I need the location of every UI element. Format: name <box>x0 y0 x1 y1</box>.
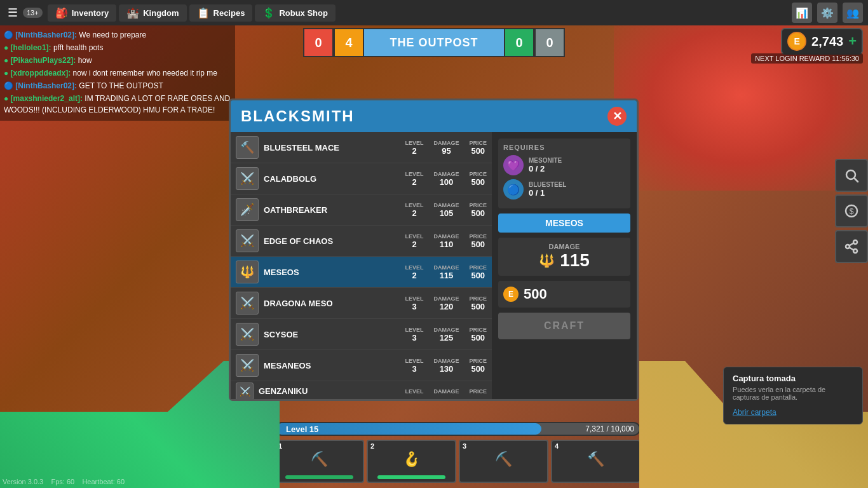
item-row-meseos[interactable]: 🔱 MESEOS LEVEL 2 DAMAGE 115 PRICE 500 <box>231 257 492 288</box>
menu-icon[interactable]: ☰ <box>5 3 20 22</box>
requires-title: REQUIRES <box>503 144 625 151</box>
selected-item-header: MESEOS <box>498 214 630 233</box>
chat-message: GET TO THE OUTPOST <box>79 81 163 90</box>
item-icon: ⚔️ <box>236 167 259 190</box>
robux-icon: 💲 <box>262 7 275 19</box>
damage-label: DAMAGE <box>503 243 625 250</box>
hotbar-slot-num: 2 <box>370 442 374 450</box>
hud-counter-2: 4 <box>334 28 364 57</box>
item-icon: ⚔️ <box>236 292 259 315</box>
chat-message: now i dont remember who needed it rip me <box>73 69 217 78</box>
chat-box: 🔵 [NinthBasher02]: We need to prepare ● … <box>0 25 235 121</box>
hotbar-item-icon: 🪝 <box>403 451 420 468</box>
item-name: MESANEOS <box>264 361 400 370</box>
top-bar-right: 📊 ⚙️ 👥 <box>792 3 863 23</box>
item-stats: LEVEL 3 DAMAGE 130 PRICE 500 <box>405 358 487 374</box>
kingdom-icon: 🏰 <box>126 7 139 19</box>
svg-line-8 <box>850 243 854 246</box>
item-stats: LEVEL DAMAGE PRICE <box>405 388 487 395</box>
inventory-button[interactable]: 🎒 Inventory <box>48 4 117 22</box>
price-amount: 500 <box>524 286 547 302</box>
inventory-icon: 🎒 <box>55 7 68 19</box>
req-name: BLUESTEEL <box>529 181 566 188</box>
item-row[interactable]: ⚔️ SCYSOE LEVEL 3 DAMAGE 125 PRICE 500 <box>231 319 492 350</box>
chat-message: how <box>78 56 92 65</box>
price-section: E 500 <box>498 281 630 308</box>
craft-button[interactable]: CRAFT <box>498 313 630 339</box>
hotbar-slot-1[interactable]: 1 ⛏️ <box>275 440 364 483</box>
players-button[interactable]: 👥 <box>843 3 863 23</box>
requires-section: REQUIRES 💜 MESONITE 0 / 2 🔵 BLUESTEEL 0 … <box>498 139 630 208</box>
chat-username: 🔵 [NinthBasher02]: <box>4 30 77 39</box>
kingdom-button[interactable]: 🏰 Kingdom <box>119 4 186 22</box>
search-side-button[interactable] <box>835 159 868 192</box>
coin-side-button[interactable]: $ <box>835 194 868 227</box>
recipes-button[interactable]: 📋 Recipes <box>189 4 253 22</box>
item-row[interactable]: ⚔️ GENZANIKU LEVEL DAMAGE PRICE <box>231 381 492 399</box>
hotbar-slot-3[interactable]: 3 ⛏️ <box>459 440 548 483</box>
item-icon: 🔱 <box>236 261 259 283</box>
hotbar-item-icon: 🔨 <box>587 451 604 468</box>
item-stats: LEVEL 3 DAMAGE 120 PRICE 500 <box>405 295 487 311</box>
item-icon: ⚔️ <box>236 229 259 252</box>
hud-counter-4: 0 <box>534 28 565 57</box>
chat-username: 🔵 [NinthBasher02]: <box>4 81 77 90</box>
item-icon: 🔨 <box>236 136 259 159</box>
screenshot-desc: Puedes verla en la carpeta de capturas d… <box>733 386 853 401</box>
item-row[interactable]: ⚔️ EDGE OF CHAOS LEVEL 2 DAMAGE 110 PRIC… <box>231 226 492 257</box>
top-bar: ☰ 13+ 🎒 Inventory 🏰 Kingdom 📋 Recipes 💲 … <box>0 0 868 25</box>
item-stats: LEVEL 2 DAMAGE 110 PRICE 500 <box>405 233 487 249</box>
item-row[interactable]: ⚔️ DRAGONA MESO LEVEL 3 DAMAGE 120 PRICE… <box>231 288 492 319</box>
item-name: OATHBREAKER <box>264 205 400 215</box>
robux-shop-button[interactable]: 💲 Robux Shop <box>255 4 336 22</box>
modal-header: BLACKSMITH ✕ <box>231 100 637 132</box>
selected-item-name: MESEOS <box>545 218 583 228</box>
xp-bar-background: Level 15 7,321 / 10,000 <box>275 422 641 436</box>
hotbar-durability-bar <box>377 475 445 479</box>
hotbar-slot-num: 4 <box>555 442 559 450</box>
blacksmith-modal: BLACKSMITH ✕ 🔨 BLUESTEEL MACE LEVEL 2 DA… <box>229 98 639 401</box>
item-row[interactable]: 🔨 BLUESTEEL MACE LEVEL 2 DAMAGE 95 PRICE… <box>231 132 492 163</box>
item-icon: 🗡️ <box>236 198 259 221</box>
settings-button[interactable]: ⚙️ <box>817 3 837 23</box>
stats-button[interactable]: 📊 <box>792 3 812 23</box>
currency-add-button[interactable]: + <box>848 33 857 50</box>
hud-counter-1: 0 <box>303 28 334 57</box>
open-folder-link[interactable]: Abrir carpeta <box>733 408 776 417</box>
share-side-button[interactable] <box>835 230 868 263</box>
hud-location: THE OUTPOST <box>364 28 504 57</box>
item-name: MESEOS <box>264 268 400 277</box>
chat-username: ● [PikachuPlays22]: <box>4 56 76 65</box>
damage-section: DAMAGE 🔱 115 <box>498 238 630 276</box>
req-item-mesonite: 💜 MESONITE 0 / 2 <box>503 155 625 175</box>
modal-close-button[interactable]: ✕ <box>607 107 627 126</box>
screenshot-notification: Captura tomada Puedes verla en la carpet… <box>723 367 863 424</box>
hotbar-item-icon: ⛏️ <box>495 451 512 468</box>
req-item-bluesteel: 🔵 BLUESTEEL 0 / 1 <box>503 179 625 200</box>
svg-text:$: $ <box>850 207 854 216</box>
selected-item-weapon-icon: 🔱 <box>539 253 555 268</box>
hotbar-slot-4[interactable]: 4 🔨 <box>551 440 641 483</box>
hotbar-slot-2[interactable]: 2 🪝 <box>367 440 456 483</box>
chat-line: ● [helloleo1]: pfft health pots <box>4 42 231 53</box>
item-stats: LEVEL 2 DAMAGE 95 PRICE 500 <box>405 140 487 156</box>
right-panel: REQUIRES 💜 MESONITE 0 / 2 🔵 BLUESTEEL 0 … <box>492 132 637 399</box>
req-count: 0 / 2 <box>529 164 562 173</box>
item-stats: LEVEL 2 DAMAGE 105 PRICE 500 <box>405 202 487 218</box>
chat-line: 🔵 [NinthBasher02]: GET TO THE OUTPOST <box>4 80 231 92</box>
modal-title: BLACKSMITH <box>241 107 355 125</box>
item-name: SCYSOE <box>264 330 400 339</box>
svg-line-7 <box>850 248 854 250</box>
version-info: Version 3.0.3 Fps: 60 Heartbeat: 60 <box>3 478 125 485</box>
item-icon: ⚔️ <box>236 354 259 377</box>
item-row[interactable]: ⚔️ CALADBOLG LEVEL 2 DAMAGE 100 PRICE 50… <box>231 163 492 194</box>
right-side-buttons: $ <box>835 159 868 263</box>
bluesteel-icon: 🔵 <box>503 179 524 200</box>
hotbar: 1 ⛏️ 2 🪝 3 ⛏️ 4 🔨 <box>275 440 641 483</box>
chat-message: pfft health pots <box>53 43 104 52</box>
item-row[interactable]: ⚔️ MESANEOS LEVEL 3 DAMAGE 130 PRICE 500 <box>231 350 492 381</box>
item-row[interactable]: 🗡️ OATHBREAKER LEVEL 2 DAMAGE 105 PRICE … <box>231 194 492 226</box>
price-coin-icon: E <box>503 287 519 302</box>
hotbar-slot-num: 3 <box>463 442 466 450</box>
hud-bar: 0 4 THE OUTPOST 0 0 <box>303 28 565 57</box>
